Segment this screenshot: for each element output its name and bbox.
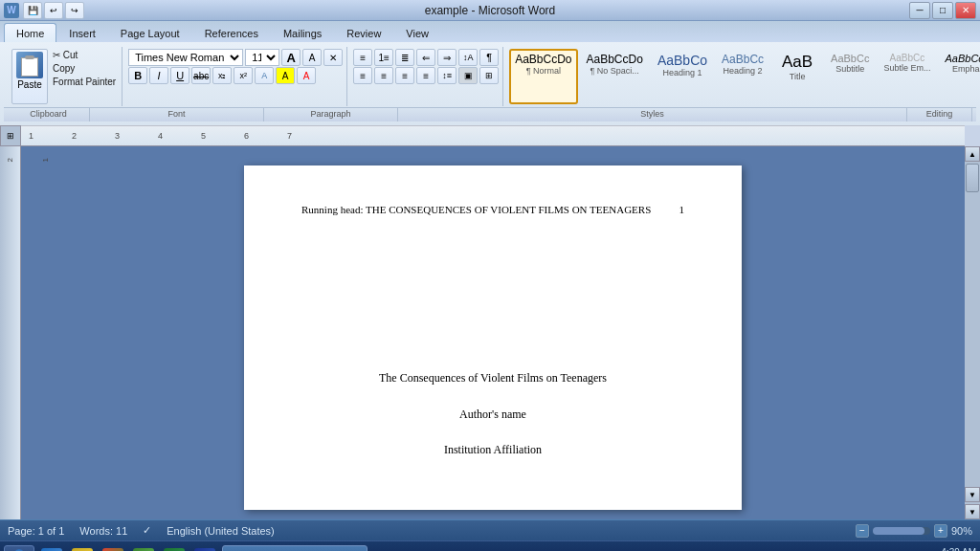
vertical-scrollbar: ▲ ▼ ▼ [965,146,980,519]
words-status: Words: 11 [79,525,127,537]
cut-button[interactable]: ✂ Cut [51,49,118,61]
ruler-toggle-button[interactable]: ⊞ [0,125,21,146]
tab-review[interactable]: Review [334,23,393,42]
document-institution: Institution Affiliation [301,440,684,461]
taskbar-excel[interactable]: X [161,545,188,552]
redo-btn[interactable]: ↪ [65,2,84,19]
clear-formatting-button[interactable]: ✕ [323,49,343,66]
show-formatting-button[interactable]: ¶ [479,49,499,66]
shading-button[interactable]: ▣ [458,67,478,84]
paste-label: Paste [17,79,42,90]
tab-view[interactable]: View [393,23,441,42]
copy-button[interactable]: Copy [51,62,118,75]
style-subtle-emphasis-button[interactable]: AaBbCc Subtle Em... [878,49,936,104]
running-head: Running head: THE CONSEQUENCES OF VIOLEN… [301,204,651,215]
decrease-indent-button[interactable]: ⇐ [416,49,435,66]
font-grow-button[interactable]: A [281,49,301,66]
scroll-thumb[interactable] [966,164,979,192]
italic-button[interactable]: I [149,67,168,84]
zoom-minus-button[interactable]: − [856,524,869,538]
minimize-button[interactable]: ─ [909,2,930,19]
taskbar-word-pinned[interactable]: W [191,545,218,552]
ruler-area: ⊞ 1234567 [0,125,980,146]
language-status: English (United States) [167,525,275,537]
start-button[interactable] [4,545,34,552]
subscript-button[interactable]: x₂ [212,67,232,84]
style-normal-sublabel: ¶ Normal [515,66,571,76]
style-normal-button[interactable]: AaBbCcDo ¶ Normal [509,49,577,104]
page-number: 1 [679,204,685,215]
tab-mailings[interactable]: Mailings [271,23,334,42]
align-right-button[interactable]: ≡ [395,67,414,84]
scroll-down-button[interactable]: ▼ [965,487,980,502]
tab-insert[interactable]: Insert [56,23,108,42]
style-emphasis-button[interactable]: AaBbCcDo Emphasis [939,49,980,104]
superscript-button[interactable]: x² [234,67,253,84]
undo-btn[interactable]: ↩ [44,2,63,19]
list-row: ≡ 1≡ ≣ ⇐ ⇒ ↕A ¶ [353,49,499,66]
page-header: Running head: THE CONSEQUENCES OF VIOLEN… [301,204,684,215]
tab-page-layout[interactable]: Page Layout [108,23,192,42]
taskbar-utorrent[interactable]: μT [130,545,157,552]
paste-button[interactable]: Paste [11,49,48,104]
zoom-controls: − + 90% [856,524,972,538]
style-heading2-button[interactable]: AaBbCc Heading 2 [716,49,769,104]
taskbar-ie[interactable]: e [38,545,65,552]
zoom-plus-button[interactable]: + [934,524,947,538]
style-title-button[interactable]: AaB Title [772,49,822,104]
titlebar: W 💾 ↩ ↪ example - Microsoft Word ─ □ ✕ [0,0,980,21]
numbering-button[interactable]: 1≡ [374,49,393,66]
taskbar-explorer[interactable] [69,545,96,552]
editing-label: Editing [907,108,972,121]
taskbar-chrome[interactable] [100,545,126,552]
style-title-sublabel: Title [778,72,816,81]
scroll-up-button[interactable]: ▲ [965,146,980,162]
word-icon: W [4,3,19,18]
font-color-button[interactable]: A [297,67,316,84]
tab-home[interactable]: Home [4,23,56,42]
document-title: The Consequences of Violent Films on Tee… [301,368,684,389]
underline-button[interactable]: U [170,67,189,84]
zoom-slider[interactable] [873,527,930,535]
style-subtitle-button[interactable]: AaBbCc Subtitle [825,49,875,104]
font-shrink-button[interactable]: A [302,49,322,66]
window-title: example - Microsoft Word [0,4,980,17]
sort-button[interactable]: ↕A [458,49,478,66]
explorer-icon [72,548,93,552]
increase-indent-button[interactable]: ⇒ [437,49,457,66]
style-nospacing-button[interactable]: AaBbCcDo ¶ No Spaci... [581,49,649,104]
spellcheck-icon: ✓ [143,524,151,537]
font-format-row: B I U abc x₂ x² A A A [128,67,343,84]
style-normal-label: AaBbCcDo [515,53,571,66]
next-page-button[interactable]: ▼ [965,504,980,519]
restore-button[interactable]: □ [932,2,953,19]
highlight-button[interactable]: A [276,67,295,84]
strikethrough-button[interactable]: abc [191,67,211,84]
align-left-button[interactable]: ≡ [353,67,372,84]
borders-button[interactable]: ⊞ [479,67,499,84]
multilevel-button[interactable]: ≣ [395,49,414,66]
style-heading1-button[interactable]: AaBbCo Heading 1 [652,49,713,104]
style-nospacing-sublabel: ¶ No Spaci... [587,66,643,76]
line-spacing-button[interactable]: ↕≡ [437,67,457,84]
clipboard-small-buttons: ✂ Cut Copy Format Painter [51,49,118,104]
document-area: Running head: THE CONSEQUENCES OF VIOLEN… [21,146,965,519]
close-button[interactable]: ✕ [955,2,976,19]
tab-references[interactable]: References [192,23,271,42]
justify-button[interactable]: ≡ [416,67,435,84]
font-name-select[interactable]: Times New Roman [128,49,243,66]
font-label: Font [90,108,264,121]
font-size-select[interactable]: 11 [245,49,279,66]
format-painter-button[interactable]: Format Painter [51,76,118,88]
bold-button[interactable]: B [128,67,147,84]
bullets-button[interactable]: ≡ [353,49,372,66]
paragraph-group: ≡ 1≡ ≣ ⇐ ⇒ ↕A ¶ ≡ ≡ ≡ ≡ ↕≡ ▣ ⊞ [349,47,503,106]
status-left: Page: 1 of 1 Words: 11 ✓ English (United… [8,524,275,537]
excel-icon: X [164,548,185,552]
page-status: Page: 1 of 1 [8,525,64,537]
active-task[interactable]: W example - Microsoft Word [222,545,368,552]
titlebar-controls: ─ □ ✕ [909,2,976,19]
quick-save-btn[interactable]: 💾 [23,2,42,19]
text-effects-button[interactable]: A [255,67,274,84]
align-center-button[interactable]: ≡ [374,67,393,84]
